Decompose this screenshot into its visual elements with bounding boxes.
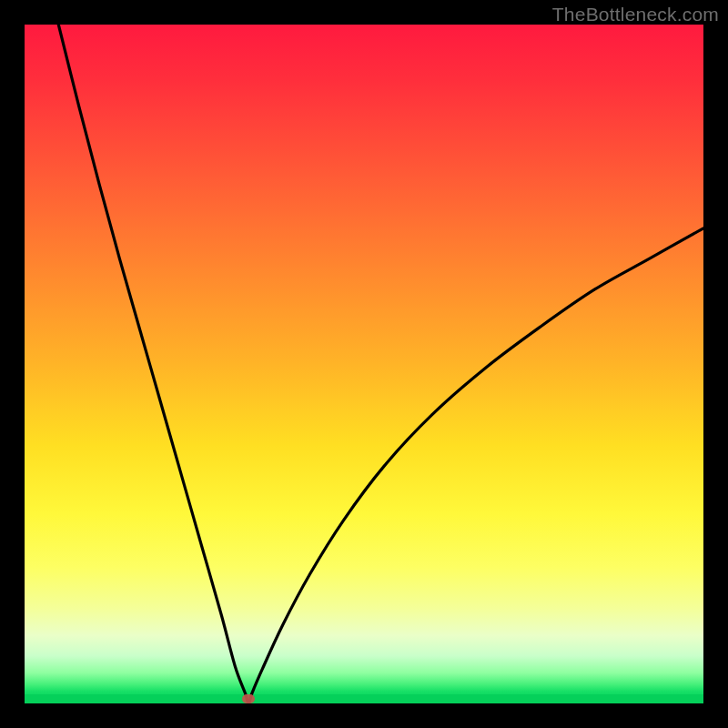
curve-path	[58, 25, 703, 703]
min-point-dot	[242, 694, 255, 703]
watermark-text: TheBottleneck.com	[552, 4, 719, 25]
plot-area	[25, 25, 703, 703]
bottleneck-curve	[25, 25, 703, 703]
chart-frame: TheBottleneck.com	[0, 0, 728, 728]
